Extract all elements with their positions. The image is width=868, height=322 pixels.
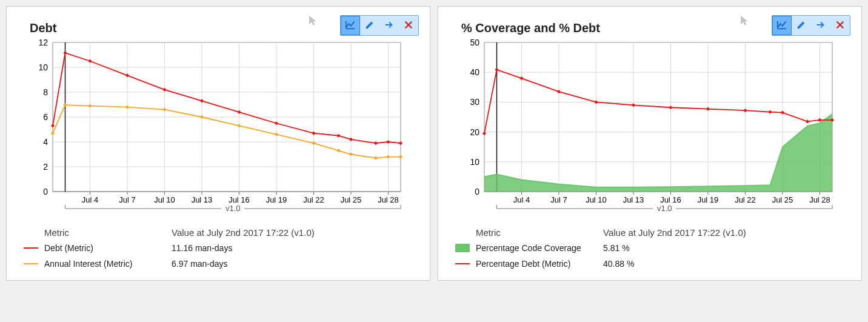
- svg-text:20: 20: [470, 127, 479, 137]
- legend-metric-label: Debt (Metric): [44, 243, 172, 253]
- legend-line-swatch: [24, 263, 38, 264]
- legend-row: Debt (Metric)11.16 man-days: [24, 240, 415, 256]
- pencil-icon: [796, 19, 807, 32]
- svg-text:Jul 13: Jul 13: [192, 195, 213, 204]
- pencil-icon: [364, 19, 375, 32]
- svg-text:Jul 7: Jul 7: [550, 195, 567, 204]
- legend-table: MetricValue at July 2nd 2017 17:22 (v1.0…: [24, 224, 415, 272]
- legend-header: MetricValue at July 2nd 2017 17:22 (v1.0…: [455, 224, 847, 240]
- chart-plot[interactable]: 01020304050Jul 4Jul 7Jul 10Jul 13Jul 16J…: [453, 39, 841, 221]
- svg-text:40: 40: [470, 67, 479, 77]
- svg-text:10: 10: [38, 62, 48, 72]
- svg-text:Jul 10: Jul 10: [154, 195, 175, 204]
- legend-value: 6.97 man-days: [172, 259, 228, 269]
- svg-text:Jul 16: Jul 16: [229, 195, 250, 204]
- svg-text:Jul 7: Jul 7: [119, 195, 135, 204]
- close-button[interactable]: [399, 16, 418, 35]
- legend-value: 40.88 %: [603, 259, 634, 269]
- svg-text:Jul 25: Jul 25: [341, 195, 362, 204]
- chart-plot[interactable]: 024681012Jul 4Jul 7Jul 10Jul 13Jul 16Jul…: [21, 39, 409, 221]
- chart-panel: % Coverage and % Debt01020304050Jul 4Jul…: [438, 6, 862, 281]
- panel-toolbar: [340, 15, 419, 36]
- svg-text:4: 4: [43, 137, 48, 147]
- svg-text:0: 0: [475, 187, 479, 196]
- chart-line-icon: [345, 19, 356, 32]
- legend-header-metric: Metric: [44, 227, 172, 238]
- svg-text:Jul 22: Jul 22: [735, 195, 756, 204]
- svg-text:10: 10: [470, 157, 479, 167]
- chart-line-button[interactable]: [341, 16, 360, 35]
- chart-panel: Debt024681012Jul 4Jul 7Jul 10Jul 13Jul 1…: [6, 6, 430, 281]
- svg-text:Jul 25: Jul 25: [772, 195, 793, 204]
- svg-text:8: 8: [43, 87, 48, 97]
- legend-area-swatch: [455, 244, 470, 252]
- legend-line-swatch: [24, 247, 38, 249]
- svg-text:0: 0: [43, 187, 48, 196]
- legend-header-metric: Metric: [476, 227, 603, 238]
- legend-row: Annual Interest (Metric)6.97 man-days: [24, 256, 415, 272]
- arrow-right-icon: [384, 19, 395, 32]
- legend-swatch-spacer: [455, 228, 470, 236]
- close-icon: [835, 19, 846, 32]
- svg-text:Jul 4: Jul 4: [82, 195, 98, 204]
- svg-text:Jul 28: Jul 28: [809, 195, 830, 204]
- legend-table: MetricValue at July 2nd 2017 17:22 (v1.0…: [455, 224, 847, 272]
- arrow-right-button[interactable]: [811, 16, 830, 35]
- svg-text:2: 2: [43, 162, 48, 172]
- arrow-right-icon: [815, 19, 826, 32]
- svg-text:6: 6: [43, 112, 48, 122]
- close-button[interactable]: [830, 16, 850, 35]
- svg-text:Jul 10: Jul 10: [586, 195, 607, 204]
- pencil-button[interactable]: [792, 16, 811, 35]
- legend-metric-label: Annual Interest (Metric): [44, 259, 172, 269]
- legend-metric-label: Percentage Code Coverage: [476, 243, 603, 253]
- chart-line-icon: [776, 19, 787, 32]
- svg-text:Jul 16: Jul 16: [660, 195, 681, 204]
- legend-header-value: Value at July 2nd 2017 17:22 (v1.0): [172, 227, 315, 238]
- cursor-icon: [739, 15, 753, 30]
- svg-text:Jul 4: Jul 4: [513, 195, 530, 204]
- legend-value: 11.16 man-days: [172, 243, 232, 253]
- legend-row: Percentage Debt (Metric)40.88 %: [455, 256, 847, 272]
- arrow-right-button[interactable]: [379, 16, 399, 35]
- dashboard: Debt024681012Jul 4Jul 7Jul 10Jul 13Jul 1…: [0, 0, 868, 287]
- svg-text:50: 50: [470, 39, 479, 47]
- svg-text:Jul 13: Jul 13: [623, 195, 644, 204]
- legend-header-value: Value at July 2nd 2017 17:22 (v1.0): [603, 227, 746, 238]
- svg-text:Jul 19: Jul 19: [266, 195, 287, 204]
- svg-text:Jul 22: Jul 22: [303, 195, 324, 204]
- svg-text:12: 12: [38, 39, 48, 47]
- panel-toolbar: [772, 15, 850, 36]
- svg-text:30: 30: [470, 97, 479, 107]
- legend-swatch-spacer: [24, 228, 38, 236]
- legend-value: 5.81 %: [603, 243, 630, 253]
- svg-text:v1.0: v1.0: [225, 204, 241, 213]
- close-icon: [403, 19, 414, 32]
- pencil-button[interactable]: [360, 16, 379, 35]
- legend-header: MetricValue at July 2nd 2017 17:22 (v1.0…: [24, 224, 415, 240]
- legend-row: Percentage Code Coverage5.81 %: [455, 240, 847, 256]
- cursor-icon: [307, 15, 322, 30]
- legend-metric-label: Percentage Debt (Metric): [476, 259, 603, 269]
- legend-line-swatch: [455, 263, 470, 264]
- svg-text:Jul 28: Jul 28: [378, 195, 399, 204]
- svg-text:Jul 19: Jul 19: [698, 195, 719, 204]
- chart-line-button[interactable]: [772, 16, 792, 35]
- svg-text:v1.0: v1.0: [657, 204, 672, 213]
